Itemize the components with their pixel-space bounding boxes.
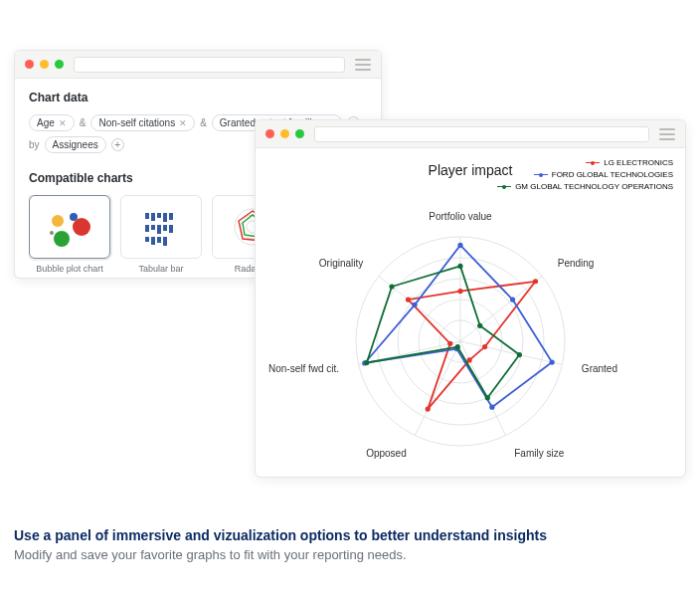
window-controls <box>25 60 64 69</box>
legend-item: FORD GLOBAL TECHNOLOGIES <box>497 170 673 179</box>
svg-point-3 <box>54 231 70 247</box>
svg-point-62 <box>517 352 522 357</box>
svg-text:Portfolio value: Portfolio value <box>429 211 492 222</box>
svg-text:Opposed: Opposed <box>366 448 407 459</box>
chip-assignees[interactable]: Assignees <box>45 136 106 153</box>
svg-point-63 <box>485 395 490 400</box>
svg-point-61 <box>477 323 482 328</box>
svg-point-65 <box>364 360 369 365</box>
close-icon[interactable]: ✕ <box>59 118 67 128</box>
chart-data-title: Chart data <box>29 91 367 104</box>
svg-point-55 <box>489 405 494 410</box>
svg-point-47 <box>467 357 472 362</box>
close-icon[interactable] <box>25 60 34 69</box>
svg-rect-6 <box>151 213 155 221</box>
svg-point-44 <box>457 289 462 294</box>
svg-point-0 <box>52 215 64 227</box>
svg-point-49 <box>447 341 452 346</box>
add-by-button[interactable]: + <box>111 138 124 151</box>
chip-age[interactable]: Age✕ <box>29 114 75 131</box>
address-bar[interactable] <box>314 126 649 142</box>
svg-point-48 <box>426 407 431 412</box>
address-bar[interactable] <box>74 57 345 73</box>
tabular-bar-icon <box>120 195 202 259</box>
caption-sub: Modify and save your favorite graphs to … <box>14 547 686 562</box>
titlebar <box>256 120 685 148</box>
svg-rect-14 <box>169 225 173 233</box>
svg-text:Pending: Pending <box>558 258 595 269</box>
svg-point-46 <box>482 344 487 349</box>
svg-text:Originality: Originality <box>319 258 363 269</box>
legend-swatch-icon <box>497 186 511 187</box>
card-label: Tabular bar <box>120 264 202 274</box>
legend-label: LG ELECTRONICS <box>604 158 673 167</box>
close-icon[interactable]: ✕ <box>179 118 187 128</box>
hamburger-icon[interactable] <box>355 59 371 71</box>
svg-point-54 <box>550 359 555 364</box>
legend-label: FORD GLOBAL TECHNOLOGIES <box>552 170 673 179</box>
svg-point-4 <box>50 231 54 235</box>
svg-point-50 <box>406 298 411 302</box>
amp-label: & <box>200 117 207 128</box>
titlebar <box>15 51 381 79</box>
legend-item: LG ELECTRONICS <box>497 158 673 167</box>
svg-point-52 <box>457 243 462 248</box>
svg-text:Granted: Granted <box>582 363 617 374</box>
svg-rect-9 <box>169 213 173 220</box>
minimize-icon[interactable] <box>280 129 289 138</box>
window-controls <box>265 129 304 138</box>
svg-rect-16 <box>151 237 155 245</box>
svg-point-2 <box>73 218 90 236</box>
svg-rect-7 <box>157 213 161 218</box>
svg-point-60 <box>457 264 462 269</box>
svg-point-45 <box>533 279 538 284</box>
svg-text:Non-self fwd cit.: Non-self fwd cit. <box>268 363 339 374</box>
legend-item: GM GLOBAL TECHNOLOGY OPERATIONS <box>497 182 673 191</box>
caption-headline: Use a panel of immersive and vizualizati… <box>14 527 686 543</box>
card-tabular-bar[interactable]: Tabular bar <box>120 195 202 274</box>
svg-rect-10 <box>145 225 149 232</box>
card-bubble-plot[interactable]: Bubble plot chart <box>29 195 110 274</box>
svg-rect-8 <box>163 213 167 222</box>
svg-point-66 <box>389 284 394 289</box>
hamburger-icon[interactable] <box>659 128 675 140</box>
legend-swatch-icon <box>534 174 548 175</box>
card-label: Bubble plot chart <box>29 264 110 274</box>
player-impact-window: Player impact LG ELECTRONICS FORD GLOBAL… <box>255 119 686 478</box>
svg-point-64 <box>455 344 460 349</box>
close-icon[interactable] <box>265 129 274 138</box>
svg-point-53 <box>510 298 515 302</box>
svg-rect-13 <box>163 225 167 231</box>
minimize-icon[interactable] <box>40 60 49 69</box>
svg-rect-18 <box>163 237 167 246</box>
svg-rect-17 <box>157 237 161 243</box>
caption: Use a panel of immersive and vizualizati… <box>14 527 686 562</box>
svg-line-37 <box>415 341 460 436</box>
svg-rect-5 <box>145 213 149 219</box>
legend-swatch-icon <box>586 162 600 163</box>
maximize-icon[interactable] <box>55 60 64 69</box>
svg-rect-11 <box>151 225 155 230</box>
chip-non-self-citations[interactable]: Non-self citations✕ <box>90 114 195 131</box>
legend: LG ELECTRONICS FORD GLOBAL TECHNOLOGIES … <box>497 158 673 194</box>
svg-text:Family size: Family size <box>514 448 564 459</box>
svg-rect-15 <box>145 237 149 242</box>
bubble-plot-icon <box>29 195 110 259</box>
svg-point-58 <box>412 302 417 307</box>
amp-label: & <box>80 117 87 128</box>
legend-label: GM GLOBAL TECHNOLOGY OPERATIONS <box>515 182 673 191</box>
svg-rect-12 <box>157 225 161 234</box>
by-label: by <box>29 139 40 150</box>
radar-chart: Portfolio valuePendingGrantedFamily size… <box>266 182 674 481</box>
maximize-icon[interactable] <box>295 129 304 138</box>
